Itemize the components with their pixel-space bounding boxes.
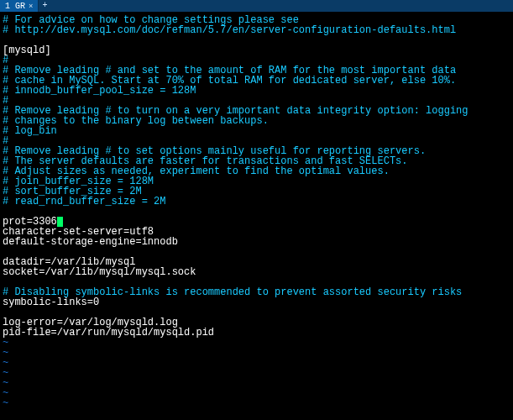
tab-bar: 1 GR × +: [0, 0, 513, 12]
editor-line: # innodb_buffer_pool_size = 128M: [3, 86, 510, 96]
editor-line: pid-file=/var/run/mysqld/mysqld.pid: [3, 328, 510, 338]
editor-line: [mysqld]: [3, 45, 510, 55]
editor-line: ~: [3, 388, 510, 398]
editor-line: ~: [3, 398, 510, 408]
editor-viewport[interactable]: # For advice on how to change settings p…: [0, 12, 513, 420]
tab-1[interactable]: 1 GR ×: [0, 0, 39, 12]
editor-line: # log_bin: [3, 126, 510, 136]
editor-line: ~: [3, 348, 510, 358]
editor-line: [3, 35, 510, 45]
editor-line: ~: [3, 338, 510, 348]
editor-line: # read_rnd_buffer_size = 2M: [3, 197, 510, 207]
plus-icon: +: [42, 1, 47, 11]
editor-line: ~: [3, 378, 510, 388]
editor-line: ~: [3, 368, 510, 378]
close-icon[interactable]: ×: [29, 2, 33, 12]
editor-line: socket=/var/lib/mysql/mysql.sock: [3, 267, 510, 277]
editor-line: # http://dev.mysql.com/doc/refman/5.7/en…: [3, 25, 510, 35]
editor-line: symbolic-links=0: [3, 297, 510, 307]
editor-line: default-storage-engine=innodb: [3, 237, 510, 247]
editor-line: [3, 207, 510, 217]
editor-line: # changes to the binary log between back…: [3, 116, 510, 126]
editor-line: ~: [3, 358, 510, 368]
tab-label: 1 GR: [5, 2, 25, 12]
new-tab-button[interactable]: +: [39, 0, 50, 12]
